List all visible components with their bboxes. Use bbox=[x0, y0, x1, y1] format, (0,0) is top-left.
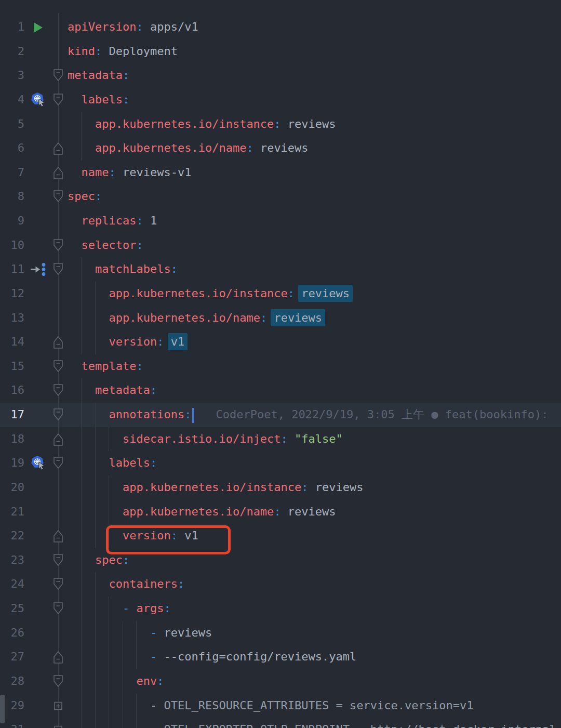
highlighted-value: reviews bbox=[298, 285, 353, 302]
line-number: 17 bbox=[0, 403, 24, 427]
code-line-5[interactable]: 5 app.kubernetes.io/instance: reviews bbox=[0, 112, 561, 137]
kubernetes-icon[interactable] bbox=[31, 92, 47, 108]
code-line-18[interactable]: 18 sidecar.istio.io/inject: "false" bbox=[0, 427, 561, 452]
highlighted-value: v1 bbox=[168, 333, 188, 350]
code-text: app.kubernetes.io/instance: reviews bbox=[68, 475, 364, 500]
line-number: 13 bbox=[0, 306, 24, 330]
fold-expand-icon[interactable] bbox=[52, 723, 64, 728]
fold-collapse-end-icon[interactable] bbox=[52, 335, 64, 349]
code-token: app.kubernetes.io/instance bbox=[109, 287, 287, 300]
code-line-14[interactable]: 14 version: v1 bbox=[0, 330, 561, 354]
code-line-10[interactable]: 10 selector: bbox=[0, 233, 561, 258]
code-token: containers bbox=[109, 577, 177, 590]
code-line-1[interactable]: 1apiVersion: apps/v1 bbox=[0, 15, 561, 39]
code-token: "false" bbox=[295, 432, 343, 445]
fold-collapse-icon[interactable] bbox=[52, 602, 64, 616]
code-token: reviews bbox=[309, 481, 364, 494]
line-number: 4 bbox=[0, 88, 24, 112]
fold-collapse-end-icon[interactable] bbox=[52, 432, 64, 446]
line-number: 8 bbox=[0, 184, 24, 209]
fold-collapse-icon[interactable] bbox=[52, 674, 64, 689]
code-text: matchLabels: bbox=[68, 257, 178, 282]
code-line-2[interactable]: 2kind: Deployment bbox=[0, 39, 561, 64]
code-token: apps/v1 bbox=[143, 20, 198, 33]
code-line-13[interactable]: 13 app.kubernetes.io/name: reviews bbox=[0, 306, 561, 330]
code-line-28[interactable]: 28 env: bbox=[0, 669, 561, 694]
code-text: app.kubernetes.io/name: reviews bbox=[68, 500, 336, 524]
code-token: template bbox=[82, 360, 137, 373]
code-line-23[interactable]: 23 spec: bbox=[0, 548, 561, 573]
highlighted-value: reviews bbox=[271, 309, 325, 326]
fold-collapse-icon[interactable] bbox=[52, 360, 64, 374]
line-number: 19 bbox=[0, 451, 24, 475]
line-number: 25 bbox=[0, 597, 24, 621]
code-line-26[interactable]: 26 - reviews bbox=[0, 621, 561, 645]
fold-collapse-icon[interactable] bbox=[52, 239, 64, 253]
code-line-24[interactable]: 24 containers: bbox=[0, 572, 561, 597]
code-line-17[interactable]: 17 annotations:CoderPoet, 2022/9/19, 3:0… bbox=[0, 403, 561, 427]
fold-collapse-icon[interactable] bbox=[52, 408, 64, 422]
code-token: : bbox=[123, 553, 129, 566]
code-line-8[interactable]: 8spec: bbox=[0, 184, 561, 209]
fold-collapse-end-icon[interactable] bbox=[52, 529, 64, 543]
fold-collapse-end-icon[interactable] bbox=[52, 166, 64, 180]
fold-collapse-icon[interactable] bbox=[52, 577, 64, 591]
code-token: : bbox=[157, 335, 164, 348]
code-token: replicas bbox=[82, 214, 137, 227]
code-line-3[interactable]: 3metadata: bbox=[0, 63, 561, 88]
code-line-21[interactable]: 21 app.kubernetes.io/name: reviews bbox=[0, 500, 561, 524]
line-number: 15 bbox=[0, 354, 24, 379]
fold-collapse-end-icon[interactable] bbox=[52, 650, 64, 664]
code-text: apiVersion: apps/v1 bbox=[68, 15, 198, 39]
kubernetes-icon[interactable] bbox=[31, 455, 47, 471]
caret bbox=[192, 408, 194, 423]
fold-collapse-icon[interactable] bbox=[52, 553, 64, 567]
code-text: app.kubernetes.io/name: reviews bbox=[68, 136, 309, 161]
code-token: : bbox=[123, 69, 129, 82]
code-text: annotations:CoderPoet, 2022/9/19, 3:05 上… bbox=[68, 403, 548, 427]
line-number: 5 bbox=[0, 112, 24, 137]
line-number: 2 bbox=[0, 39, 24, 64]
code-token: selector bbox=[82, 239, 137, 252]
code-token: - bbox=[150, 626, 164, 639]
code-text: template: bbox=[68, 354, 143, 379]
code-line-4[interactable]: 4 labels: bbox=[0, 88, 561, 112]
code-line-25[interactable]: 25 - args: bbox=[0, 597, 561, 621]
code-line-15[interactable]: 15 template: bbox=[0, 354, 561, 379]
code-line-9[interactable]: 9 replicas: 1 bbox=[0, 209, 561, 233]
code-token: : bbox=[246, 141, 253, 154]
code-text: app.kubernetes.io/name: reviews bbox=[68, 306, 322, 330]
fold-collapse-icon[interactable] bbox=[52, 69, 64, 83]
code-line-11[interactable]: 11 matchLabels: bbox=[0, 257, 561, 282]
fold-expand-icon[interactable] bbox=[52, 699, 64, 713]
fold-collapse-icon[interactable] bbox=[52, 456, 64, 470]
fold-collapse-icon[interactable] bbox=[52, 93, 64, 107]
code-line-6[interactable]: 6 app.kubernetes.io/name: reviews bbox=[0, 136, 561, 161]
related-symbols-icon[interactable] bbox=[29, 262, 49, 276]
code-line-22[interactable]: 22 version: v1 bbox=[0, 524, 561, 548]
code-token: : bbox=[178, 577, 184, 590]
code-line-29[interactable]: 29 - OTEL_RESOURCE_ATTRIBUTES = service.… bbox=[0, 694, 561, 718]
code-token: reviews bbox=[253, 141, 309, 154]
code-token: app.kubernetes.io/name bbox=[95, 141, 246, 154]
code-token: reviews bbox=[164, 626, 212, 639]
code-token: app.kubernetes.io/name bbox=[123, 505, 274, 518]
fold-collapse-end-icon[interactable] bbox=[52, 141, 64, 155]
code-text: app.kubernetes.io/instance: reviews bbox=[68, 112, 336, 137]
code-line-20[interactable]: 20 app.kubernetes.io/instance: reviews bbox=[0, 475, 561, 500]
line-number: 28 bbox=[0, 669, 24, 694]
code-token: apiVersion bbox=[68, 20, 136, 33]
code-line-27[interactable]: 27 - --config=config/reviews.yaml bbox=[0, 645, 561, 669]
code-line-12[interactable]: 12 app.kubernetes.io/instance: reviews bbox=[0, 282, 561, 306]
fold-collapse-icon[interactable] bbox=[52, 262, 64, 276]
left-edge-marker bbox=[0, 695, 5, 723]
fold-collapse-icon[interactable] bbox=[52, 190, 64, 204]
run-icon[interactable] bbox=[32, 21, 44, 34]
fold-collapse-icon[interactable] bbox=[52, 383, 64, 398]
code-line-16[interactable]: 16 metadata: bbox=[0, 378, 561, 403]
code-line-19[interactable]: 19 labels: bbox=[0, 451, 561, 475]
code-text: - args: bbox=[68, 597, 171, 621]
code-line-7[interactable]: 7 name: reviews-v1 bbox=[0, 161, 561, 185]
code-token: : bbox=[136, 239, 143, 252]
code-line-31[interactable]: 31 - OTEL_EXPORTER_OTLP_ENDPOINT = http:… bbox=[0, 718, 561, 728]
